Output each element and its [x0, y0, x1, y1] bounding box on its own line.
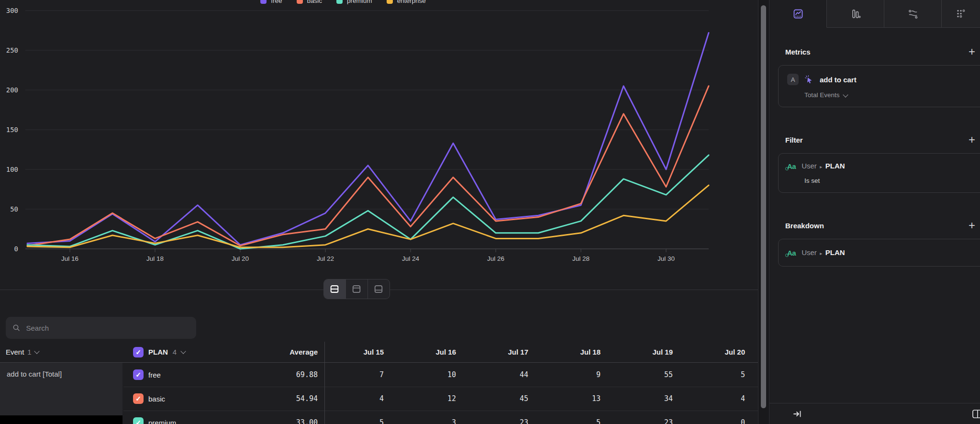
breakdown-property: PLAN: [825, 248, 845, 257]
cell-value: 3: [396, 418, 468, 424]
legend-label: premium: [347, 0, 372, 4]
metric-series-badge: A: [787, 74, 799, 85]
legend-item-basic[interactable]: basic: [297, 0, 323, 5]
svg-text:Jul 24: Jul 24: [402, 255, 420, 262]
cell-value: 23: [613, 418, 685, 424]
svg-text:100: 100: [6, 166, 18, 173]
legend-item-free[interactable]: free: [260, 0, 282, 5]
chart-legend: freebasicpremiumenterprise: [0, 0, 758, 5]
free-checkbox[interactable]: ✓: [133, 369, 144, 380]
svg-text:Jul 26: Jul 26: [487, 255, 504, 262]
row-group-label: add to cart [Total]: [0, 363, 122, 415]
legend-swatch: [387, 0, 393, 4]
cell-value: 5: [541, 418, 613, 424]
main-panel: freebasicpremiumenterprise 0501001502002…: [0, 0, 758, 424]
plan-header-label: PLAN: [148, 348, 168, 356]
tab-bar-chart[interactable]: [827, 0, 884, 27]
grid-dots-icon: [955, 8, 967, 20]
bar-chart-icon: [850, 8, 861, 20]
filter-card[interactable]: Aa User ▸ PLAN Is set: [778, 153, 980, 193]
aggregation-dropdown[interactable]: Total Events: [804, 91, 976, 99]
row-plan-cell: ✓premium: [122, 417, 252, 424]
metric-card[interactable]: A add to cart Total Events: [778, 65, 980, 107]
plan-column-header[interactable]: ✓ PLAN 4: [122, 347, 252, 357]
cell-value: 10: [396, 370, 468, 379]
cell-value: 34: [613, 394, 685, 403]
date-column-headers: Jul 15Jul 16Jul 17Jul 18Jul 19Jul 20: [324, 348, 758, 356]
add-filter-button[interactable]: +: [969, 135, 975, 145]
svg-text:Jul 28: Jul 28: [572, 255, 590, 262]
search-input[interactable]: [25, 324, 189, 333]
legend-item-premium[interactable]: premium: [336, 0, 372, 5]
legend-label: free: [271, 0, 282, 4]
average-column-header: Average: [252, 348, 324, 356]
filter-condition: Is set: [804, 177, 976, 184]
legend-swatch: [297, 0, 303, 4]
tab-flow[interactable]: [884, 0, 942, 27]
split-view-icon: [329, 284, 340, 294]
add-metric-button[interactable]: +: [969, 47, 975, 56]
metrics-section-header: Metrics +: [778, 46, 980, 57]
date-column-header: Jul 16: [396, 348, 468, 356]
breadcrumb-arrow-icon: ▸: [820, 164, 822, 169]
row-values: 4124513344: [324, 394, 758, 403]
row-plan-cell: ✓free: [122, 369, 252, 380]
aggregation-label: Total Events: [804, 91, 840, 99]
breakdown-card[interactable]: Aa User ▸ PLAN: [778, 239, 980, 267]
row-label: free: [148, 371, 161, 379]
table-end-gap: [0, 415, 122, 424]
cell-value: 44: [468, 370, 541, 379]
analytics-app: freebasicpremiumenterprise 0501001502002…: [0, 0, 980, 424]
columns-layout-icon[interactable]: [972, 409, 980, 419]
event-column-header[interactable]: Event 1: [0, 348, 122, 356]
svg-text:Jul 20: Jul 20: [232, 255, 249, 262]
filter-section-header: Filter +: [778, 134, 980, 145]
layout-toggle-top[interactable]: [345, 279, 368, 299]
cell-value: 55: [613, 370, 685, 379]
layout-toggle-group: [323, 279, 390, 299]
cell-value: 23: [468, 418, 541, 424]
chevron-down-icon: [181, 348, 186, 354]
add-breakdown-button[interactable]: +: [969, 221, 975, 230]
basic-checkbox[interactable]: ✓: [133, 393, 144, 404]
tab-line-chart[interactable]: [769, 0, 827, 28]
row-average-value: 69.88: [252, 370, 324, 379]
date-column-header: Jul 18: [541, 348, 613, 356]
cell-value: 5: [685, 370, 757, 379]
text-property-icon: Aa: [787, 249, 796, 257]
cell-value: 4: [324, 394, 396, 403]
tab-grid-dots[interactable]: [942, 0, 980, 27]
breakdown-breadcrumb: User ▸ PLAN: [802, 248, 845, 257]
layout-toggle-split[interactable]: [324, 279, 345, 299]
metric-event-name: add to cart: [820, 76, 857, 84]
plan-select-all-checkbox[interactable]: ✓: [133, 347, 144, 357]
filter-menu-button[interactable]: [977, 165, 980, 172]
svg-text:150: 150: [6, 126, 18, 134]
row-values: 710449555: [324, 370, 758, 379]
chart-footer: [0, 279, 758, 301]
search-icon: [12, 324, 21, 332]
layout-toggle-bottom[interactable]: [368, 279, 390, 299]
legend-item-enterprise[interactable]: enterprise: [387, 0, 426, 5]
cell-value: 5: [324, 418, 396, 424]
row-plan-cell: ✓basic: [122, 393, 252, 404]
row-average-value: 54.94: [252, 394, 324, 403]
breakdown-menu-button[interactable]: [977, 248, 980, 255]
metric-menu-button[interactable]: [977, 77, 980, 84]
legend-label: enterprise: [397, 0, 426, 4]
chevron-down-icon: [34, 348, 39, 354]
breadcrumb-arrow-icon: ▸: [820, 251, 822, 256]
cell-value: 12: [396, 394, 468, 403]
bottom-panel-icon: [373, 284, 384, 294]
svg-text:0: 0: [14, 245, 18, 253]
svg-text:Jul 16: Jul 16: [61, 255, 78, 262]
vertical-scrollbar: [758, 0, 769, 424]
date-column-header: Jul 17: [468, 348, 541, 356]
line-chart-icon: [792, 8, 804, 20]
metrics-title: Metrics: [785, 48, 811, 56]
collapse-panel-icon[interactable]: [792, 409, 802, 419]
scrollbar-thumb[interactable]: [761, 5, 766, 408]
premium-checkbox[interactable]: ✓: [133, 417, 144, 424]
svg-text:200: 200: [6, 86, 18, 94]
event-header-label: Event: [6, 348, 24, 356]
